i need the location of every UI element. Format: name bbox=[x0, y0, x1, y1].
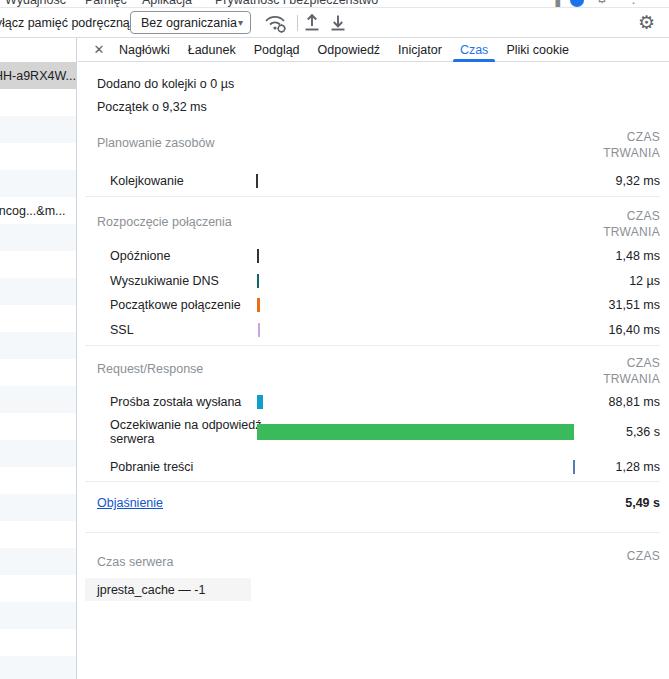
section-title: Request/Response bbox=[97, 362, 203, 376]
import-har-icon[interactable] bbox=[303, 13, 321, 33]
section-title: Planowanie zasobów bbox=[97, 136, 214, 150]
panel-tab-performance[interactable]: Wydajność bbox=[5, 0, 66, 7]
started-at-text: Początek o 9,32 ms bbox=[97, 100, 207, 114]
timing-value: 12 µs bbox=[580, 274, 660, 288]
timing-label: Wyszukiwanie DNS bbox=[110, 274, 256, 288]
queued-at-text: Dodano do kolejki o 0 µs bbox=[97, 77, 234, 91]
timing-row-queueing: Kolejkowanie 9,32 ms bbox=[97, 168, 660, 193]
disable-cache-checkbox-label[interactable]: Wyłącz pamięć podręczną bbox=[0, 16, 130, 30]
timing-bar-track bbox=[256, 243, 580, 268]
timing-row-content-download: Pobranie treści 1,28 ms bbox=[97, 454, 660, 479]
server-timing-entry: jpresta_cache — -1 bbox=[97, 583, 205, 597]
timing-bar bbox=[257, 298, 260, 312]
section-divider bbox=[85, 532, 660, 533]
timing-bar bbox=[257, 395, 263, 409]
throttling-dropdown[interactable]: Bez ograniczania ▾ bbox=[130, 11, 251, 34]
tab-cookies[interactable]: Pliki cookie bbox=[497, 38, 578, 62]
duration-header-line2: TRWANIA bbox=[603, 225, 660, 239]
section-request-response: Request/Response CZAS TRWANIA bbox=[97, 354, 660, 387]
section-connection-start: Rozpoczęcie połączenia CZAS TRWANIA bbox=[97, 207, 660, 240]
network-conditions-icon[interactable] bbox=[262, 13, 288, 34]
gear-icon[interactable]: ⚙ bbox=[596, 0, 608, 6]
timing-value: 1,28 ms bbox=[580, 460, 660, 474]
request-list-stripes bbox=[0, 89, 76, 679]
tab-initiator[interactable]: Inicjator bbox=[389, 38, 451, 62]
notification-badge-icon[interactable] bbox=[570, 0, 584, 7]
duration-header-line1: CZAS bbox=[627, 209, 660, 223]
request-row-selected[interactable]: HH-a9RX4W... bbox=[0, 62, 76, 89]
duration-column-header: CZAS TRWANIA bbox=[603, 129, 660, 161]
panel-tab-memory[interactable]: Pamięć bbox=[85, 0, 127, 7]
timing-bar-track bbox=[256, 317, 580, 342]
devtools-panel-tabstrip: Wydajność Pamięć Aplikacja Prywatność i … bbox=[0, 0, 669, 8]
toolbar-separator bbox=[297, 15, 298, 31]
tab-payload[interactable]: Ładunek bbox=[179, 38, 245, 62]
export-har-icon[interactable] bbox=[329, 13, 347, 33]
timing-bar-track bbox=[256, 389, 580, 414]
timing-value: 16,40 ms bbox=[580, 323, 660, 337]
timing-row-initial-connection: Początkowe połączenie 31,51 ms bbox=[97, 292, 660, 317]
timing-value: 5,36 s bbox=[580, 425, 660, 439]
throttling-value: Bez ograniczania bbox=[141, 16, 237, 30]
section-divider bbox=[85, 345, 660, 346]
request-row[interactable]: incog...&m... bbox=[0, 197, 76, 224]
section-title: Rozpoczęcie połączenia bbox=[97, 215, 232, 229]
request-name: HH-a9RX4W... bbox=[0, 69, 76, 83]
timing-row-ssl: SSL 16,40 ms bbox=[97, 317, 660, 342]
timing-bar-track bbox=[270, 413, 580, 451]
timing-value: 88,81 ms bbox=[580, 395, 660, 409]
panel-tab-application[interactable]: Aplikacja bbox=[142, 0, 192, 7]
timing-bar bbox=[257, 424, 574, 440]
section-server-timing: Czas serwera CZAS bbox=[97, 547, 660, 569]
timing-row-dns: Wyszukiwanie DNS 12 µs bbox=[97, 268, 660, 293]
duration-column-header: CZAS TRWANIA bbox=[603, 208, 660, 240]
timing-label: Opóźnione bbox=[110, 249, 256, 263]
timing-bar bbox=[257, 249, 259, 263]
timing-value: 31,51 ms bbox=[580, 298, 660, 312]
timing-bar bbox=[256, 174, 258, 188]
timing-row-request-sent: Prośba została wysłana 88,81 ms bbox=[97, 389, 660, 414]
timing-label: Oczekiwanie na odpowiedź serwera bbox=[110, 418, 270, 446]
timing-label: Prośba została wysłana bbox=[110, 395, 256, 409]
timing-bar-track bbox=[256, 268, 580, 293]
duration-column-header: CZAS TRWANIA bbox=[603, 355, 660, 387]
timing-label: Kolejkowanie bbox=[110, 174, 256, 188]
timing-bar bbox=[258, 323, 260, 337]
close-icon[interactable]: ✕ bbox=[88, 42, 110, 57]
server-timing-row: jpresta_cache — -1 bbox=[85, 578, 251, 601]
time-column-header: CZAS bbox=[627, 548, 660, 564]
explanation-link[interactable]: Objaśnienie bbox=[97, 496, 163, 510]
timing-bar bbox=[573, 460, 575, 474]
section-divider bbox=[85, 481, 660, 482]
total-duration: 5,49 s bbox=[625, 496, 660, 510]
chevron-down-icon: ▾ bbox=[238, 17, 243, 28]
request-list-sidebar: HH-a9RX4W... incog...&m... bbox=[0, 38, 77, 679]
panel-tab-privacy-security[interactable]: Prywatność i bezpieczeństwo bbox=[215, 0, 378, 7]
timing-row-waiting: Oczekiwanie na odpowiedź serwera 5,36 s bbox=[97, 413, 660, 451]
duration-header-line1: CZAS bbox=[627, 130, 660, 144]
duration-header-line2: TRWANIA bbox=[603, 146, 660, 160]
timing-row-stalled: Opóźnione 1,48 ms bbox=[97, 243, 660, 268]
kebab-menu-icon[interactable]: ⋮ bbox=[627, 0, 640, 6]
duration-header-line1: CZAS bbox=[627, 356, 660, 370]
timing-bar-track bbox=[256, 168, 580, 193]
timing-label: Pobranie treści bbox=[110, 460, 256, 474]
section-divider bbox=[85, 196, 660, 197]
tab-timing[interactable]: Czas bbox=[451, 38, 497, 62]
request-name: incog...&m... bbox=[0, 204, 65, 218]
network-toolbar: Wyłącz pamięć podręczną Bez ograniczania… bbox=[0, 8, 669, 38]
section-resource-scheduling: Planowanie zasobów CZAS TRWANIA bbox=[97, 128, 660, 161]
tab-response[interactable]: Odpowiedź bbox=[309, 38, 390, 62]
tab-headers[interactable]: Nagłówki bbox=[110, 38, 179, 62]
timing-panel: Dodano do kolejki o 0 µs Początek o 9,32… bbox=[78, 62, 669, 679]
panel-icon-partial: ▐ bbox=[551, 0, 560, 6]
request-detail-tabbar: ✕ Nagłówki Ładunek Podgląd Odpowiedź Ini… bbox=[78, 38, 669, 62]
timing-label: SSL bbox=[110, 323, 256, 337]
timing-footer: Objaśnienie 5,49 s bbox=[97, 490, 660, 516]
timing-value: 9,32 ms bbox=[580, 174, 660, 188]
duration-header-line2: TRWANIA bbox=[603, 372, 660, 386]
settings-gear-icon[interactable]: ⚙ bbox=[638, 9, 655, 37]
timing-bar-track bbox=[256, 292, 580, 317]
timing-label: Początkowe połączenie bbox=[110, 298, 256, 312]
tab-preview[interactable]: Podgląd bbox=[245, 38, 309, 62]
